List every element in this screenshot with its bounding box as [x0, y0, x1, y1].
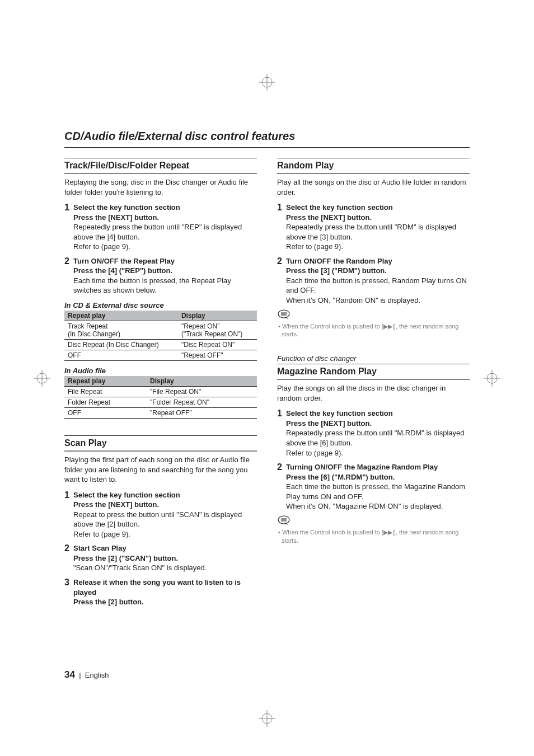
step-heading: Select the key function section [73, 203, 257, 213]
step-heading: Select the key function section [286, 408, 470, 419]
note-icon [277, 515, 470, 527]
table-cell: "Disc Repeat ON" [178, 340, 257, 350]
step-subheading: Press the [NEXT] button. [73, 213, 257, 223]
table-caption: In Audio file [64, 367, 257, 375]
step-desc: "Scan ON"/"Track Scan ON" is displayed. [73, 563, 257, 573]
repeat-table-cd: Repeat play Display Track Repeat(In Disc… [64, 311, 257, 361]
table-cell: "File Repeat ON" [147, 387, 257, 397]
feature-title-random: Random Play [277, 158, 470, 174]
step-heading: Start Scan Play [73, 543, 257, 553]
step-number: 2 [277, 256, 286, 266]
step-subheading: Press the [2] button. [73, 597, 257, 607]
feature-title-scan: Scan Play [64, 435, 257, 452]
crop-mark-left-icon [34, 370, 50, 387]
step-heading: Select the key function section [73, 490, 257, 500]
step-subheading: Press the [2] ("SCAN") button. [73, 553, 257, 564]
step-heading: Turn ON/OFF the Random Play [286, 256, 470, 266]
footer-lang: English [85, 671, 109, 679]
section-title: CD/Audio file/External disc control feat… [64, 130, 470, 143]
step-number: 1 [64, 203, 73, 213]
table-cell: Folder Repeat [64, 397, 147, 408]
step-heading: Turning ON/OFF the Magazine Random Play [286, 462, 470, 472]
table-header: Display [178, 311, 257, 321]
step-number: 1 [64, 490, 73, 500]
note-text: • When the Control knob is pushed to [▶▶… [277, 528, 470, 545]
step-desc: Each time the button is pressed, Random … [286, 276, 470, 306]
table-cell: Disc Repeat (In Disc Changer) [64, 340, 178, 350]
page-footer: 34 | English [64, 669, 109, 680]
step-number: 2 [277, 462, 286, 472]
table-header: Display [147, 376, 257, 387]
table-cell: Track Repeat(In Disc Changer) [64, 321, 178, 340]
intro-magazine-random: Play the songs on all the discs in the d… [277, 383, 470, 403]
step-number: 2 [64, 256, 73, 266]
table-cell: File Repeat [64, 387, 147, 397]
table-header: Repeat play [64, 311, 178, 321]
crop-mark-bottom-icon [259, 710, 275, 727]
table-cell: OFF [64, 350, 178, 361]
step-number: 3 [64, 577, 73, 588]
intro-repeat: Replaying the song, disc in the Disc cha… [64, 177, 257, 197]
table-cell: "Repeat ON"("Track Repeat ON") [178, 321, 257, 340]
right-column: Random Play Play all the songs on the di… [277, 148, 470, 607]
step-number: 2 [64, 543, 73, 553]
note-icon [277, 309, 470, 321]
intro-random: Play all the songs on the disc or Audio … [277, 177, 470, 197]
step-subheading: Press the [NEXT] button. [286, 213, 470, 223]
table-cell: "Repeat OFF" [147, 408, 257, 419]
left-column: Track/File/Disc/Folder Repeat Replaying … [64, 148, 257, 607]
feature-title-repeat: Track/File/Disc/Folder Repeat [64, 158, 257, 174]
crop-mark-right-icon [484, 370, 500, 387]
step-heading: Release it when the song you want to lis… [73, 577, 257, 597]
step-desc: Repeatedly press the button until "RDM" … [286, 222, 470, 252]
table-cell: "Folder Repeat ON" [147, 397, 257, 408]
step-number: 1 [277, 203, 286, 213]
step-desc: Each time the button is pressed, the Mag… [286, 482, 470, 511]
table-caption: In CD & External disc source [64, 301, 257, 309]
step-subheading: Press the [NEXT] button. [286, 419, 470, 429]
feature-title-magazine-random: Magazine Random Play [277, 364, 470, 380]
step-desc: Each time the button is pressed, the Rep… [73, 276, 257, 295]
table-cell: OFF [64, 408, 147, 419]
step-subheading: Press the [4] ("REP") button. [73, 266, 257, 276]
crop-mark-top-icon [259, 74, 275, 91]
step-subheading: Press the [NEXT] button. [73, 500, 257, 510]
step-subheading: Press the [3] ("RDM") button. [286, 266, 470, 276]
footer-sep: | [79, 671, 81, 679]
step-desc: Repeatedly press the button until "REP" … [73, 222, 257, 252]
step-heading: Select the key function section [286, 203, 470, 213]
repeat-table-audiofile: Repeat play Display File Repeat "File Re… [64, 376, 257, 419]
step-desc: Repeat to press the button until "SCAN" … [73, 510, 257, 539]
intro-scan: Playing the first part of each song on t… [64, 455, 257, 485]
step-heading: Turn ON/OFF the Repeat Play [73, 256, 257, 266]
step-number: 1 [277, 408, 286, 419]
table-header: Repeat play [64, 376, 147, 387]
note-text: • When the Control knob is pushed to [▶▶… [277, 322, 470, 339]
step-desc: Repeatedly press the button until "M.RDM… [286, 428, 470, 458]
table-cell: "Repeat OFF" [178, 350, 257, 361]
page-number: 34 [64, 669, 75, 680]
function-note: Function of disc changer [277, 354, 470, 363]
step-subheading: Press the [6] ("M.RDM") button. [286, 472, 470, 482]
